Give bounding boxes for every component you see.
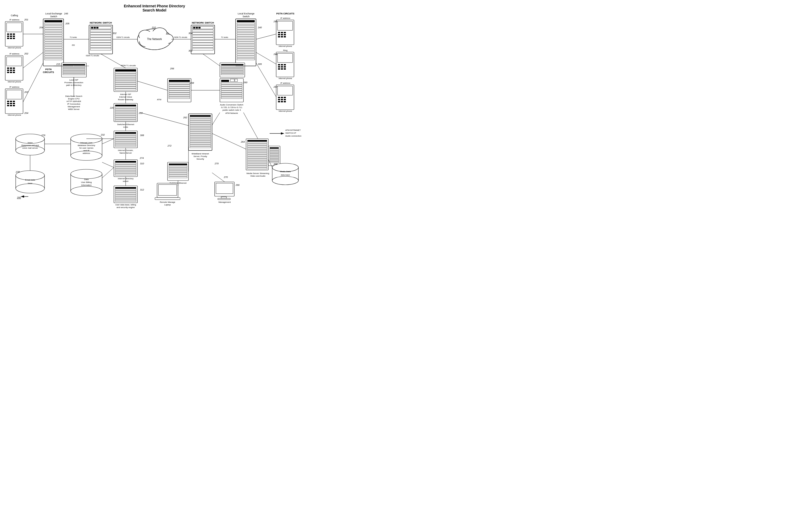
svg-rect-70: [91, 27, 93, 28]
svg-text:Email data: Email data: [25, 179, 35, 181]
svg-text:220: 220: [110, 107, 114, 109]
svg-rect-145: [278, 53, 293, 62]
svg-text:ATM Network: ATM Network: [225, 112, 238, 114]
svg-rect-23: [10, 70, 12, 71]
svg-text:300: 300: [188, 50, 192, 52]
svg-line-450: [102, 168, 114, 178]
svg-rect-33: [7, 101, 9, 102]
svg-rect-161: [281, 97, 283, 98]
svg-rect-260: [115, 132, 136, 134]
svg-rect-162: [284, 97, 286, 98]
svg-rect-139: [281, 36, 283, 37]
svg-text:IP address: IP address: [280, 17, 290, 19]
svg-rect-167: [281, 101, 283, 102]
svg-text:CIRCUITS: CIRCUITS: [43, 71, 54, 74]
svg-text:305: 305: [258, 63, 262, 65]
svg-text:base: base: [28, 182, 33, 185]
svg-text:258: 258: [190, 82, 194, 84]
svg-text:Internet phone: Internet phone: [7, 114, 21, 116]
svg-rect-165: [284, 99, 286, 100]
svg-rect-6: [10, 34, 12, 35]
svg-rect-46: [44, 20, 62, 22]
svg-rect-7: [13, 34, 15, 35]
svg-rect-8: [7, 36, 9, 37]
svg-text:Response unit and: Response unit and: [21, 144, 39, 147]
svg-text:ATM INTRANET: ATM INTRANET: [285, 129, 301, 131]
svg-text:HTTP SERVER: HTTP SERVER: [67, 100, 81, 102]
svg-rect-13: [13, 38, 15, 39]
svg-text:304: 304: [188, 32, 192, 35]
svg-rect-373: [221, 197, 226, 198]
svg-rect-41: [13, 105, 15, 106]
svg-rect-372: [216, 183, 233, 194]
svg-line-437: [203, 54, 220, 66]
svg-text:The Network: The Network: [147, 38, 162, 41]
svg-rect-22: [7, 70, 9, 71]
svg-text:Internet phone: Internet phone: [7, 46, 21, 49]
svg-rect-185: [115, 69, 136, 72]
svg-text:Management: Management: [68, 106, 80, 108]
svg-rect-147: [281, 64, 283, 65]
svg-text:ISDN T1 circuits: ISDN T1 circuits: [86, 55, 99, 57]
svg-rect-93: [193, 27, 195, 28]
svg-text:data base: data base: [281, 174, 290, 176]
svg-rect-26: [10, 72, 12, 73]
svg-rect-137: [284, 34, 286, 35]
svg-text:256: 256: [170, 67, 174, 70]
title-line2: Search Model: [143, 8, 166, 12]
svg-text:Internet phone: Internet phone: [7, 81, 21, 83]
svg-text:Audio connection: Audio connection: [285, 135, 301, 137]
svg-line-432: [256, 34, 276, 39]
svg-text:ISDN T1 circuits: ISDN T1 circuits: [116, 36, 130, 38]
svg-rect-229: [115, 105, 136, 106]
svg-rect-108: [235, 19, 256, 66]
svg-text:Ring: Ring: [283, 49, 287, 52]
svg-rect-172: [63, 64, 85, 65]
svg-text:address: address: [83, 152, 90, 154]
phone-202: IP address Internet phone 202: [5, 52, 28, 83]
svg-point-349: [71, 169, 102, 179]
svg-text:246: 246: [273, 53, 278, 56]
svg-text:232: 232: [100, 133, 105, 136]
svg-line-456: [212, 173, 225, 182]
diagram-container: Enhanced Internet Phone Directory Search…: [0, 0, 314, 209]
svg-text:272: 272: [167, 145, 171, 147]
svg-rect-163: [278, 99, 280, 100]
svg-text:308: 308: [140, 134, 144, 137]
svg-rect-36: [7, 103, 9, 104]
svg-text:260: 260: [243, 81, 247, 84]
svg-text:270: 270: [214, 162, 219, 165]
svg-rect-271: [188, 114, 212, 150]
svg-text:and security engine: and security engine: [116, 206, 135, 209]
svg-text:IP address: IP address: [10, 86, 19, 88]
left-les-label: Local Exchange: [45, 12, 62, 15]
svg-text:204: 204: [24, 112, 28, 114]
phone-203: IP address Internet phone 203 204: [5, 86, 28, 116]
svg-rect-357: [169, 164, 187, 165]
svg-rect-27: [13, 72, 15, 73]
svg-text:210: 210: [152, 26, 156, 29]
svg-rect-11: [7, 38, 9, 39]
svg-text:Video and Audio: Video and Audio: [250, 175, 266, 177]
svg-rect-94: [196, 27, 198, 28]
svg-line-461: [102, 139, 114, 144]
svg-point-352: [71, 186, 102, 196]
svg-text:T1 tunks: T1 tunks: [70, 36, 77, 38]
svg-text:ISDN T1 circuits: ISDN T1 circuits: [174, 36, 187, 38]
svg-text:ATM: ATM: [157, 98, 162, 101]
svg-rect-12: [10, 38, 12, 39]
svg-text:Local Exchange: Local Exchange: [238, 12, 254, 15]
svg-text:302: 302: [113, 32, 116, 35]
svg-text:IP Connection: IP Connection: [67, 103, 80, 105]
svg-rect-133: [281, 32, 283, 33]
svg-rect-20: [10, 68, 12, 69]
svg-rect-199: [221, 64, 243, 65]
svg-text:252: 252: [72, 44, 75, 46]
svg-rect-136: [281, 34, 283, 35]
svg-text:Remote Manage: Remote Manage: [160, 201, 175, 203]
svg-rect-150: [281, 66, 283, 68]
svg-text:IP address: IP address: [280, 82, 290, 84]
svg-text:268: 268: [273, 163, 278, 165]
svg-text:NETWORK SWITCH: NETWORK SWITCH: [90, 21, 112, 24]
svg-rect-21: [13, 68, 15, 69]
